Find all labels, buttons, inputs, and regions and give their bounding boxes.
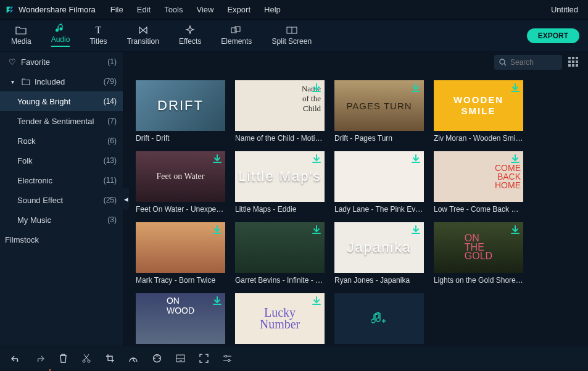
audio-caption: Lady Lane - The Pink Eve…	[334, 205, 424, 214]
color-icon[interactable]	[152, 354, 162, 364]
speed-icon[interactable]	[128, 354, 138, 364]
sidebar-category[interactable]: Rock(6)	[0, 131, 123, 151]
download-icon	[510, 225, 521, 236]
menu-tools[interactable]: Tools	[164, 5, 183, 14]
bottom-toolbar	[0, 346, 588, 370]
audio-card[interactable]: ONWOOD	[136, 293, 225, 344]
crop-icon[interactable]	[105, 354, 115, 364]
sidebar-category[interactable]: Folk(13)	[0, 151, 123, 170]
audio-card[interactable]: Mark Tracy - Born Twice	[136, 222, 225, 285]
download-icon	[311, 225, 322, 236]
transition-icon	[138, 25, 148, 36]
text-icon: T	[96, 25, 102, 36]
audio-card[interactable]: WOODENSMILEZiv Moran - Wooden Smi…	[434, 80, 523, 143]
menubar: Wondershare Filmora File Edit Tools View…	[0, 0, 588, 20]
audio-thumbnail: ONWOOD	[136, 293, 225, 344]
tab-label: Titles	[89, 37, 107, 46]
audio-caption: Low Tree - Come Back H…	[434, 205, 523, 214]
add-music-icon	[371, 312, 387, 325]
sidebar-collapse-handle[interactable]: ◂	[123, 188, 129, 210]
audio-card[interactable]: PAGES TURNDrift - Pages Turn	[334, 80, 424, 143]
view-grid-toggle[interactable]	[568, 57, 579, 68]
search-input[interactable]	[510, 58, 557, 67]
delete-icon[interactable]	[58, 354, 68, 364]
tab-effects[interactable]: Effects	[179, 25, 201, 47]
audio-thumbnail: Japanika	[334, 222, 424, 273]
sidebar-favorite[interactable]: ♡ Favorite (1)	[0, 52, 123, 72]
audio-card[interactable]: DRIFTDrift - Drift	[136, 80, 225, 143]
tab-media[interactable]: Media	[11, 25, 31, 47]
category-label: Young & Bright	[17, 97, 104, 106]
sidebar-category[interactable]: My Music(3)	[0, 210, 123, 230]
audio-caption: Little Maps - Eddie	[235, 205, 325, 214]
category-label: Tender & Sentimental	[17, 117, 107, 126]
tab-titles[interactable]: T Titles	[89, 25, 107, 47]
svg-rect-1	[235, 27, 240, 31]
audio-card[interactable]: ONTHEGOLDLights on the Gold Shore …	[434, 222, 523, 285]
audio-card[interactable]: Little Map'sLittle Maps - Eddie	[235, 151, 325, 214]
download-icon	[510, 154, 521, 165]
download-icon	[212, 296, 223, 307]
search-box[interactable]	[494, 55, 562, 70]
content-area: DRIFTDrift - DriftNameof theChildName of…	[123, 52, 588, 346]
audio-thumbnail: DRIFT	[136, 80, 225, 131]
app-logo: Wondershare Filmora	[5, 5, 96, 15]
gallery: DRIFTDrift - DriftNameof theChildName of…	[123, 73, 588, 346]
settings-icon[interactable]	[222, 354, 232, 364]
music-note-icon	[56, 23, 65, 34]
tab-label: Split Screen	[271, 37, 312, 46]
tab-label: Effects	[179, 37, 201, 46]
category-label: Rock	[17, 136, 107, 146]
freeze-frame-icon[interactable]	[175, 354, 185, 364]
add-audio-card[interactable]	[334, 293, 424, 344]
sidebar-filmstock[interactable]: Filmstock	[0, 230, 123, 249]
svg-point-16	[225, 355, 226, 357]
tab-transition[interactable]: Transition	[127, 25, 159, 47]
audio-thumbnail: Little Map's	[235, 151, 325, 202]
audio-card[interactable]: COMEBACKHOMELow Tree - Come Back H…	[434, 151, 523, 214]
audio-card[interactable]: Feet on WaterFeet On Water - Unexpec…	[136, 151, 225, 214]
menu-view[interactable]: View	[196, 5, 213, 14]
svg-point-11	[154, 358, 155, 359]
category-count: (14)	[104, 97, 117, 106]
sidebar-category[interactable]: Electronic(11)	[0, 170, 123, 190]
audio-card[interactable]: LuckyNumber	[235, 293, 325, 344]
undo-icon[interactable]	[11, 354, 21, 364]
tab-split-screen[interactable]: Split Screen	[271, 25, 312, 47]
svg-point-7	[88, 360, 90, 362]
audio-card[interactable]: Nameof theChildName of the Child - Moti…	[235, 80, 325, 143]
tab-audio[interactable]: Audio	[51, 23, 70, 48]
shapes-icon	[231, 25, 242, 36]
included-count: (79)	[104, 77, 117, 86]
audio-thumbnail	[235, 222, 325, 273]
sidebar-category[interactable]: Sound Effect(25)	[0, 190, 123, 210]
svg-line-5	[504, 64, 506, 65]
download-icon	[311, 296, 322, 307]
menu-edit[interactable]: Edit	[137, 5, 151, 14]
tab-elements[interactable]: Elements	[221, 25, 252, 47]
favorite-label: Favorite	[21, 57, 107, 67]
svg-point-6	[83, 360, 85, 362]
download-icon	[311, 83, 322, 94]
audio-card[interactable]: Garret Bevins - Infinite - S…	[235, 222, 325, 285]
sidebar-category[interactable]: Tender & Sentimental(7)	[0, 111, 123, 131]
export-button[interactable]: EXPORT	[527, 28, 579, 43]
audio-card[interactable]: JapanikaRyan Jones - Japanika	[334, 222, 424, 285]
fit-icon[interactable]	[199, 354, 209, 364]
redo-icon[interactable]	[35, 354, 44, 364]
audio-card[interactable]: Lady Lane - The Pink Eve…	[334, 151, 424, 214]
audio-thumbnail: ONTHEGOLD	[434, 222, 523, 273]
svg-point-4	[500, 59, 505, 64]
folder-icon	[21, 78, 31, 85]
audio-caption: Feet On Water - Unexpec…	[136, 205, 225, 214]
menu-export[interactable]: Export	[227, 5, 251, 14]
tab-label: Media	[11, 37, 31, 46]
sidebar-category[interactable]: Young & Bright(14)	[0, 91, 123, 111]
app-name: Wondershare Filmora	[19, 5, 96, 14]
cut-icon[interactable]	[81, 354, 91, 364]
tool-tabs: Media Audio T Titles Transition Effects …	[0, 20, 588, 52]
sidebar-included[interactable]: ▾ Included (79)	[0, 72, 123, 91]
menu-help[interactable]: Help	[264, 5, 281, 14]
menu-file[interactable]: File	[110, 5, 123, 14]
audio-thumbnail	[136, 222, 225, 273]
